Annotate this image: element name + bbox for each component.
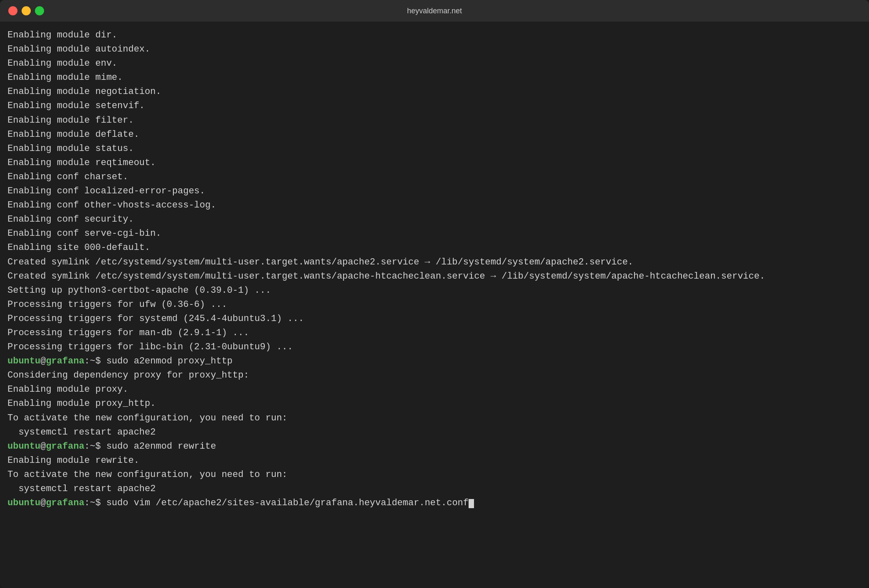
list-item: Enabling site 000-default. [7, 241, 862, 255]
list-item: Enabling module setenvif. [7, 99, 862, 113]
list-item: Enabling conf other-vhosts-access-log. [7, 198, 862, 212]
list-item: Enabling module mime. [7, 71, 862, 85]
prompt-host: grafana [46, 498, 84, 508]
list-item: Enabling module autoindex. [7, 42, 862, 57]
list-item: Enabling conf serve-cgi-bin. [7, 227, 862, 241]
list-item: Created symlink /etc/systemd/system/mult… [7, 269, 862, 284]
list-item: systemctl restart apache2 [7, 425, 862, 440]
list-item: Enabling module status. [7, 142, 862, 156]
list-item: Enabling module deflate. [7, 128, 862, 142]
list-item: Processing triggers for man-db (2.9.1-1)… [7, 326, 862, 340]
maximize-button[interactable] [35, 6, 44, 15]
prompt-cmd: sudo a2enmod rewrite [106, 441, 216, 452]
list-item: Enabling module reqtimeout. [7, 156, 862, 170]
terminal-window: heyvaldemar.net Enabling module dir. Ena… [0, 0, 869, 588]
prompt-host: grafana [46, 356, 84, 366]
prompt-line: ubuntu@grafana:~$ sudo a2enmod rewrite [7, 440, 862, 454]
list-item: systemctl restart apache2 [7, 482, 862, 496]
prompt-cmd: sudo a2enmod proxy_http [106, 356, 233, 366]
prompt-cmd: sudo vim /etc/apache2/sites-available/gr… [106, 498, 469, 508]
prompt-user: ubuntu [7, 441, 40, 452]
list-item: Enabling conf localized-error-pages. [7, 184, 862, 198]
window-title: heyvaldemar.net [407, 7, 462, 15]
prompt-line-cursor: ubuntu@grafana:~$ sudo vim /etc/apache2/… [7, 496, 862, 510]
list-item: Enabling module rewrite. [7, 454, 862, 468]
title-bar: heyvaldemar.net [0, 0, 869, 22]
list-item: Enabling module env. [7, 57, 862, 71]
prompt-at: @ [40, 498, 46, 508]
prompt-path: :~$ [84, 498, 106, 508]
minimize-button[interactable] [22, 6, 31, 15]
prompt-path: :~$ [84, 441, 106, 452]
list-item: Enabling module negotiation. [7, 85, 862, 99]
list-item: Enabling conf security. [7, 212, 862, 227]
traffic-lights [8, 6, 44, 15]
cursor [469, 499, 474, 508]
list-item: To activate the new configuration, you n… [7, 411, 862, 425]
list-item: Enabling module dir. [7, 28, 862, 42]
list-item: Enabling conf charset. [7, 170, 862, 184]
list-item: Processing triggers for libc-bin (2.31-0… [7, 340, 862, 354]
prompt-line: ubuntu@grafana:~$ sudo a2enmod proxy_htt… [7, 354, 862, 368]
list-item: Enabling module filter. [7, 114, 862, 128]
list-item: Setting up python3-certbot-apache (0.39.… [7, 284, 862, 298]
prompt-at: @ [40, 356, 46, 366]
prompt-user: ubuntu [7, 356, 40, 366]
prompt-path: :~$ [84, 356, 106, 366]
list-item: Processing triggers for systemd (245.4-4… [7, 312, 862, 326]
list-item: To activate the new configuration, you n… [7, 468, 862, 482]
list-item: Processing triggers for ufw (0.36-6) ... [7, 298, 862, 312]
list-item: Created symlink /etc/systemd/system/mult… [7, 255, 862, 269]
prompt-user: ubuntu [7, 498, 40, 508]
list-item: Considering dependency proxy for proxy_h… [7, 368, 862, 383]
list-item: Enabling module proxy. [7, 383, 862, 397]
prompt-host: grafana [46, 441, 84, 452]
close-button[interactable] [8, 6, 17, 15]
terminal-content[interactable]: Enabling module dir. Enabling module aut… [0, 22, 869, 588]
list-item: Enabling module proxy_http. [7, 397, 862, 411]
prompt-at: @ [40, 441, 46, 452]
